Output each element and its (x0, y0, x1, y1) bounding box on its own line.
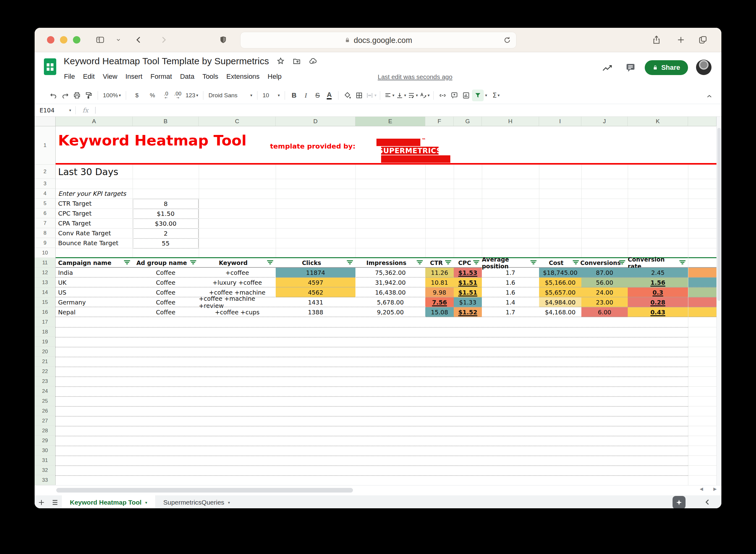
all-sheets-button[interactable] (48, 496, 62, 508)
explore-button[interactable] (672, 496, 686, 508)
filter-icon[interactable] (124, 260, 130, 265)
row-header-31[interactable]: 31 (35, 455, 56, 465)
data-cell[interactable]: 23.00 (582, 297, 628, 307)
tab-keyword-heatmap-tool[interactable]: Keyword Heatmap Tool▾ (62, 495, 155, 508)
data-cell[interactable]: Coffee (133, 268, 199, 278)
menu-edit[interactable]: Edit (79, 71, 99, 82)
row-header-13[interactable]: 13 (35, 278, 56, 287)
data-cell[interactable]: 11874 (276, 268, 355, 278)
data-cell[interactable]: 7.56 (425, 297, 454, 307)
star-icon[interactable] (276, 57, 285, 65)
data-cell[interactable]: $1.33 (454, 297, 482, 307)
fill-color-button[interactable] (342, 90, 353, 101)
data-cell[interactable]: +coffee +cups (199, 307, 276, 317)
filter-icon[interactable] (573, 260, 579, 265)
redo-button[interactable] (59, 90, 71, 101)
row-header-25[interactable]: 25 (35, 396, 56, 406)
borders-button[interactable] (353, 90, 365, 101)
data-cell[interactable]: $1.52 (454, 307, 482, 317)
kpi-label-cpa[interactable]: CPA Target (58, 218, 91, 228)
filter-views-caret[interactable]: ▾ (485, 93, 487, 98)
horizontal-scrollbar-thumb[interactable] (56, 488, 353, 493)
table-header-impressions[interactable]: Impressions (355, 258, 425, 267)
data-cell-extra[interactable] (688, 278, 716, 287)
row-header-23[interactable]: 23 (35, 377, 56, 386)
increase-decimal-button[interactable]: .00→ (172, 90, 184, 101)
row-header-7[interactable]: 7 (35, 218, 56, 228)
activity-trend-icon[interactable] (602, 64, 613, 72)
data-cell[interactable]: 16,438.00 (355, 287, 425, 297)
menu-insert[interactable]: Insert (121, 71, 147, 82)
horizontal-align-button[interactable]: ▾ (383, 90, 395, 101)
filter-icon[interactable] (531, 260, 537, 265)
kpi-label-conv-rate[interactable]: Conv Rate Target (58, 228, 111, 238)
row-header-15[interactable]: 15 (35, 297, 56, 307)
text-color-button[interactable]: A (323, 90, 335, 101)
data-cell[interactable]: Coffee (133, 297, 199, 307)
row-header-1[interactable]: 1 (35, 126, 56, 165)
data-cell[interactable]: $1.51 (454, 278, 482, 287)
sheet-canvas[interactable]: Keyword Heatmap Tool template provided b… (56, 126, 716, 485)
scroll-right-arrow[interactable]: ▶ (713, 486, 717, 491)
data-cell[interactable]: 87.00 (582, 268, 628, 278)
back-button[interactable] (134, 35, 143, 45)
row-header-29[interactable]: 29 (35, 436, 56, 446)
row-header-21[interactable]: 21 (35, 357, 56, 367)
menu-view[interactable]: View (99, 71, 121, 82)
data-cell-extra[interactable] (688, 268, 716, 278)
filter-icon[interactable] (190, 260, 196, 265)
google-sheets-logo[interactable] (44, 58, 56, 75)
row-header-9[interactable]: 9 (35, 238, 56, 248)
data-cell[interactable]: 0.43 (628, 307, 688, 317)
data-cell[interactable]: $1.51 (454, 287, 482, 297)
column-header-partial[interactable] (688, 117, 716, 126)
horizontal-scrollbar[interactable]: ◀ ▶ (35, 485, 721, 495)
filter-icon[interactable] (473, 260, 480, 265)
data-cell-extra[interactable] (688, 297, 716, 307)
data-cell[interactable]: 56.00 (582, 278, 628, 287)
strikethrough-button[interactable]: S (311, 90, 323, 101)
tab-overview-icon[interactable] (698, 35, 708, 45)
undo-button[interactable] (48, 90, 59, 101)
data-cell[interactable]: 11.26 (425, 268, 454, 278)
row-header-16[interactable]: 16 (35, 307, 56, 317)
data-cell[interactable]: 1.56 (628, 278, 688, 287)
zoom-window-button[interactable] (73, 36, 80, 44)
italic-button[interactable]: I (300, 90, 311, 101)
menu-data[interactable]: Data (176, 71, 198, 82)
data-cell[interactable]: US (56, 287, 133, 297)
filter-icon[interactable] (445, 260, 451, 265)
data-cell[interactable]: +coffee +machine +review (199, 297, 276, 307)
row-header-5[interactable]: 5 (35, 199, 56, 209)
paint-format-icon[interactable] (83, 90, 95, 101)
data-cell[interactable]: 1.7 (482, 307, 539, 317)
data-cell[interactable]: Coffee (133, 287, 199, 297)
data-cell[interactable]: Coffee (133, 307, 199, 317)
table-header-campaign-name[interactable]: Campaign name (56, 258, 133, 267)
tab-supermetrics-queries[interactable]: SupermetricsQueries▾ (155, 495, 238, 508)
data-cell[interactable]: 2.45 (628, 268, 688, 278)
minimize-window-button[interactable] (60, 36, 67, 44)
privacy-shield-icon[interactable] (219, 35, 228, 45)
kpi-label-bounce-rate[interactable]: Bounce Rate Target (58, 238, 118, 248)
data-cell[interactable]: $4,984.00 (539, 297, 582, 307)
column-header-K[interactable]: K (628, 117, 688, 126)
menu-extensions[interactable]: Extensions (222, 71, 264, 82)
column-header-J[interactable]: J (582, 117, 628, 126)
filter-icon[interactable] (267, 260, 273, 265)
merge-cells-button[interactable]: ▾ (365, 90, 377, 101)
row-header-18[interactable]: 18 (35, 327, 56, 337)
filter-icon[interactable] (679, 260, 686, 265)
data-cell[interactable]: 4597 (276, 278, 355, 287)
format-currency-button[interactable]: $ (129, 90, 145, 101)
decrease-decimal-button[interactable]: .0← (160, 90, 172, 101)
kpi-value-cpa[interactable]: $30.00 (133, 218, 199, 229)
data-cell[interactable]: 1.6 (482, 287, 539, 297)
row-header-6[interactable]: 6 (35, 209, 56, 218)
data-cell[interactable]: 1431 (276, 297, 355, 307)
number-format-menu[interactable]: 123▾ (184, 90, 200, 101)
data-cell[interactable]: Nepal (56, 307, 133, 317)
data-cell[interactable]: 1.6 (482, 278, 539, 287)
data-cell[interactable]: 1.7 (482, 268, 539, 278)
collapse-toolbar-icon[interactable] (703, 91, 715, 102)
